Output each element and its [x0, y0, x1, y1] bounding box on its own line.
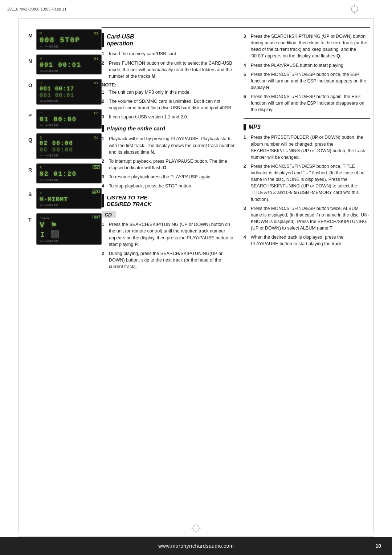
display-S-box: ESP ✳ 004 M-MIRMT VOLUME — [36, 188, 102, 209]
card-usb-step-1: 1 Insert the memory card/USB card. — [102, 50, 235, 57]
display-M-main: 008 5T0P — [40, 36, 98, 44]
playing-step-4: 4 To stop playback, press the STOP butto… — [102, 183, 235, 189]
display-N: N N 01 001 00:01 VOLUME — [28, 54, 102, 74]
display-S: S ESP ✳ 004 M-MIRMT VOLUME — [28, 188, 102, 209]
card-usb-black-bar — [102, 33, 104, 47]
display-T-label: T — [28, 217, 35, 223]
display-R-label: R — [28, 167, 35, 173]
mp3-steps: 1 Press the PRESET/FOLDER (UP or DOWN) b… — [244, 134, 370, 247]
listen-title-line2: DESIRED TRACK — [107, 201, 151, 207]
display-M-box: M 01 008 5T0P VOLUME — [36, 29, 102, 50]
display-M-label: M — [28, 33, 35, 39]
display-S-bottom: VOLUME — [40, 204, 98, 206]
cd-step-2: 2 During playing, press the SEARCH/SKIP/… — [102, 250, 235, 270]
display-P-box: P Cd 01 00:00 VOLUME — [36, 109, 102, 129]
display-P-top: P Cd — [40, 112, 98, 116]
mp3-step-4: 4 When the desired track is displayed, p… — [244, 234, 370, 247]
left-main-col: Card-USB operation 1 Insert the memory c… — [102, 33, 235, 272]
display-O-main1: 001 00:17 — [40, 86, 98, 92]
display-Q-top: Q Cd — [40, 136, 98, 140]
header-crosshair-icon — [350, 4, 359, 15]
note-1: 1 The unit can play MP3 only in this mod… — [102, 89, 235, 96]
card-usb-steps: 1 Insert the memory card/USB card. 2 Pre… — [102, 50, 235, 80]
cd-heading: CD — [102, 211, 116, 218]
display-T-top: ♪ALBUM 03 — [40, 216, 98, 220]
footer-url: www.morphyrichardsaudio.com — [158, 543, 234, 549]
display-N-top: N 01 — [40, 57, 98, 61]
left-displays-column: M M 01 008 5T0P VOLUME N N 0 — [22, 29, 102, 249]
mp3-step-1: 1 Press the PRESET/FOLDER (UP or DOWN) b… — [244, 134, 370, 161]
playing-heading-wrap: Playing the entire card — [102, 125, 235, 132]
display-O-label: O — [28, 82, 35, 88]
playing-step-3: 3 To resume playback press the PLAY/PAUS… — [102, 174, 235, 180]
display-T-box: ESP ♪ALBUM 03 V ⚑ I ⬛ VOLUME — [36, 213, 102, 245]
playing-step-1: 1 Playback will start by pressing PLAY/P… — [102, 135, 235, 155]
playing-steps: 1 Playback will start by pressing PLAY/P… — [102, 135, 235, 189]
top-rule — [102, 27, 370, 28]
display-Q-main2: 0C 00:00 — [40, 147, 98, 153]
bottom-crosshair-icon — [191, 523, 201, 534]
display-S-label: S — [28, 191, 35, 197]
left-border — [18, 18, 19, 533]
right-border — [373, 18, 374, 533]
display-T: T ESP ♪ALBUM 03 V ⚑ I ⬛ VOLUME — [28, 213, 102, 245]
card-usb-title: Card-USB — [107, 33, 134, 40]
note-label: NOTE: — [102, 82, 235, 88]
header-text: 29118 rev2 8/8/06 13:05 Page 11 — [7, 7, 66, 11]
display-P: P P Cd 01 00:00 VOLUME — [28, 109, 102, 129]
playing-black-bar — [102, 125, 104, 132]
listen-black-bar — [102, 194, 104, 207]
listen-title-line1: LISTEN TO THE — [107, 194, 151, 201]
display-N-bottom: VOLUME — [40, 70, 98, 72]
display-Q-label: Q — [28, 137, 35, 143]
display-Q-bottom: VOLUME — [40, 154, 98, 157]
display-O: O O 01 001 00:17 001 00:01 VOLUME — [28, 79, 102, 105]
listen-heading-wrap: LISTEN TO THE DESIRED TRACK — [102, 194, 235, 207]
playing-step-2: 2 To interrupt playback, press PLAY/PAUS… — [102, 158, 235, 171]
mp3-title: MP3 — [249, 124, 261, 130]
card-usb-step-2: 2 Press FUNCTION button on the unit to s… — [102, 60, 235, 80]
display-S-main: M-MIRMT — [40, 196, 98, 203]
notes-list: 1 The unit can play MP3 only in this mod… — [102, 89, 235, 121]
card-usb-heading-wrap: Card-USB operation — [102, 33, 235, 47]
right-main-col: 3 Press the SEARCH/SKIP/TUNING (UP or DO… — [244, 33, 370, 272]
display-S-esp: ESP — [93, 190, 100, 193]
display-O-main2: 001 00:01 — [40, 92, 98, 99]
display-T-main: V ⚑ — [40, 220, 98, 230]
header: 29118 rev2 8/8/06 13:05 Page 11 — [0, 0, 392, 18]
display-Q: Q Q Cd 02 00:00 0C 00:00 VOLUME — [28, 133, 102, 159]
card-usb-step-6: 6 Press the MONO/ST./FIND/ESP button aga… — [244, 93, 370, 113]
playing-title: Playing the entire card — [107, 125, 165, 132]
card-usb-step-4: 4 Press the PLAY/PAUSE button to start p… — [244, 62, 370, 69]
display-O-top: O 01 — [40, 81, 98, 85]
display-T-esp: ESP — [93, 215, 100, 218]
display-P-bottom: VOLUME — [40, 124, 98, 126]
card-usb-title2: operation — [107, 40, 134, 47]
top-border — [18, 18, 374, 19]
main-content: Card-USB operation 1 Insert the memory c… — [102, 27, 370, 272]
cd-steps: 1 Press the SEARCH/SKIP/TUNING (UP or DO… — [102, 221, 235, 270]
display-N-main: 001 00:01 — [40, 61, 98, 69]
display-N-label: N — [28, 58, 35, 64]
footer-bar: www.morphyrichardsaudio.com 10 — [0, 537, 392, 555]
display-P-label: P — [28, 113, 35, 118]
display-R-box: ESP R Cd 02 01:20 VOLUME — [36, 163, 102, 183]
display-R-main: 02 01:20 — [40, 170, 98, 178]
cd-step-1: 1 Press the SEARCH/SKIP/TUNING (UP or DO… — [102, 221, 235, 248]
display-T-sub: I ⬛ — [40, 230, 98, 239]
note-3: 3 It can support USB version 1.1 and 2.0… — [102, 114, 235, 120]
mp3-heading-wrap: MP3 — [244, 124, 370, 130]
display-R-esp: ESP — [93, 165, 100, 169]
display-M-bottom: VOLUME — [40, 45, 98, 48]
display-S-top: ✳ 004 — [40, 190, 98, 196]
display-Q-main1: 02 00:00 — [40, 140, 98, 147]
display-R-top: R Cd — [40, 166, 98, 170]
footer-page-num: 10 — [375, 543, 381, 549]
cd-title: CD — [105, 212, 112, 218]
mp3-step-3: 3 Press the MONO/ST./FIND/ESP button twi… — [244, 205, 370, 232]
two-col-layout: Card-USB operation 1 Insert the memory c… — [102, 33, 370, 272]
note-2: 2 The volume of SD/MMC card is unlimited… — [102, 98, 235, 111]
display-R-bottom: VOLUME — [40, 179, 98, 181]
mp3-black-bar — [244, 124, 246, 130]
display-N-box: N 01 001 00:01 VOLUME — [36, 54, 102, 74]
